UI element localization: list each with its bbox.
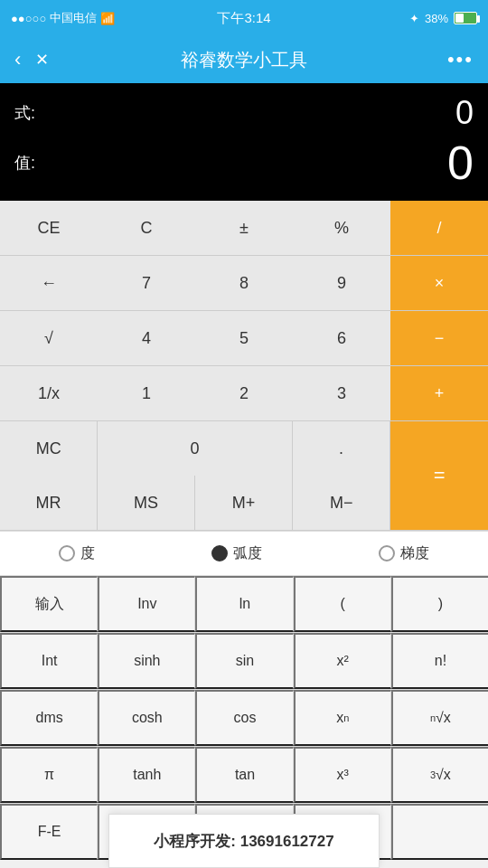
close-button[interactable]: ✕ — [35, 50, 49, 70]
radian-label: 弧度 — [233, 544, 262, 563]
grad-option[interactable]: 梯度 — [379, 544, 429, 563]
bottom-banner: 小程序开发: 13691612727 — [108, 814, 380, 868]
dot-button[interactable]: . — [293, 421, 389, 476]
title-bar-left: ‹ ✕ — [14, 48, 49, 71]
carrier-name: 中国电信 — [50, 10, 97, 26]
plus-button[interactable]: + — [390, 366, 488, 420]
calc-row-3: √ 4 5 6 − — [0, 311, 488, 366]
xcubed-button[interactable]: x³ — [294, 747, 391, 803]
tanh-button[interactable]: tanh — [98, 747, 195, 803]
value-row: 值: 0 — [14, 136, 474, 190]
int-button[interactable]: Int — [0, 633, 98, 689]
seven-button[interactable]: 7 — [98, 256, 195, 310]
rparen-button[interactable]: ) — [391, 576, 488, 632]
five-button[interactable]: 5 — [195, 311, 293, 365]
ce-button[interactable]: CE — [0, 201, 98, 255]
radian-radio[interactable] — [211, 545, 228, 561]
sci-row-4: π tanh tan x³ 3√x — [0, 747, 488, 804]
nine-button[interactable]: 9 — [293, 256, 390, 310]
calc-row-1: CE C ± % / — [0, 201, 488, 256]
back-button[interactable]: ‹ — [14, 48, 21, 71]
sci-row-3: dms cosh cos xn n√x — [0, 690, 488, 747]
sinh-button[interactable]: sinh — [98, 633, 195, 689]
status-right: ✦ 38% — [409, 12, 477, 25]
c-button[interactable]: C — [98, 201, 195, 255]
minus-button[interactable]: − — [390, 311, 488, 365]
grad-label: 梯度 — [400, 544, 429, 563]
plusminus-button[interactable]: ± — [195, 201, 293, 255]
calc-row-2: ← 7 8 9 × — [0, 256, 488, 311]
formula-label: 式: — [14, 102, 35, 124]
calc-rows-56: MC 0 . MR MS M+ M− = — [0, 421, 488, 531]
sci-empty-3 — [391, 804, 488, 860]
tan-button[interactable]: tan — [195, 747, 293, 803]
mminus-button[interactable]: M− — [293, 476, 389, 530]
input-button[interactable]: 输入 — [0, 576, 98, 632]
sci-row-2: Int sinh sin x² n! — [0, 633, 488, 690]
left-col: MC 0 . MR MS M+ M− — [0, 421, 389, 530]
inv-button[interactable]: Inv — [98, 576, 195, 632]
six-button[interactable]: 6 — [293, 311, 390, 365]
reciprocal-button[interactable]: 1/x — [0, 366, 98, 420]
pi-button[interactable]: π — [0, 747, 98, 803]
factorial-button[interactable]: n! — [391, 633, 488, 689]
ln-button[interactable]: ln — [195, 576, 293, 632]
backspace-button[interactable]: ← — [0, 256, 98, 310]
multiply-button[interactable]: × — [390, 256, 488, 310]
status-left: ●●○○○ 中国电信 📶 — [11, 10, 115, 26]
banner-text: 小程序开发: 13691612727 — [154, 831, 333, 852]
app-title: 裕睿数学小工具 — [181, 48, 307, 72]
value-label: 值: — [14, 152, 35, 174]
status-bar: ●●○○○ 中国电信 📶 下午3:14 ✦ 38% — [0, 0, 488, 36]
cos-button[interactable]: cos — [195, 690, 293, 746]
equals-button[interactable]: = — [389, 421, 488, 530]
one-button[interactable]: 1 — [98, 366, 195, 420]
calc-row-6: MR MS M+ M− — [0, 476, 389, 530]
dms-button[interactable]: dms — [0, 690, 98, 746]
grad-radio[interactable] — [379, 545, 395, 561]
eight-button[interactable]: 8 — [195, 256, 293, 310]
value-display: 0 — [447, 136, 474, 190]
degree-label: 度 — [80, 544, 95, 563]
mr-button[interactable]: MR — [0, 476, 98, 530]
battery-icon — [454, 12, 477, 24]
degree-option[interactable]: 度 — [59, 544, 95, 563]
calc-section: CE C ± % / ← 7 8 9 × √ 4 5 6 − 1/x 1 2 3… — [0, 201, 488, 531]
cuberoot-button[interactable]: 3√x — [391, 747, 488, 803]
calc-row-5: MC 0 . — [0, 421, 389, 476]
mplus-button[interactable]: M+ — [195, 476, 293, 530]
wifi-icon: 📶 — [100, 12, 115, 25]
zero-button[interactable]: 0 — [98, 421, 293, 476]
more-button[interactable]: ••• — [447, 48, 474, 71]
sqrt-button[interactable]: √ — [0, 311, 98, 365]
cosh-button[interactable]: cosh — [98, 690, 195, 746]
mc-button[interactable]: MC — [0, 421, 98, 476]
title-bar: ‹ ✕ 裕睿数学小工具 ••• — [0, 36, 488, 83]
calc-row-4: 1/x 1 2 3 + — [0, 366, 488, 421]
ms-button[interactable]: MS — [98, 476, 195, 530]
battery-text: 38% — [425, 12, 448, 25]
xn-button[interactable]: xn — [294, 690, 391, 746]
status-time: 下午3:14 — [217, 10, 270, 27]
percent-button[interactable]: % — [293, 201, 390, 255]
signal-dots: ●●○○○ — [11, 12, 46, 25]
sin-button[interactable]: sin — [195, 633, 293, 689]
fe-button[interactable]: F-E — [0, 804, 98, 860]
two-button[interactable]: 2 — [195, 366, 293, 420]
sci-row-1: 输入 Inv ln ( ) — [0, 576, 488, 633]
xsquared-button[interactable]: x² — [294, 633, 391, 689]
nthroot-button[interactable]: n√x — [391, 690, 488, 746]
four-button[interactable]: 4 — [98, 311, 195, 365]
three-button[interactable]: 3 — [293, 366, 390, 420]
radian-option[interactable]: 弧度 — [211, 544, 262, 563]
divide-button[interactable]: / — [390, 201, 488, 255]
display-area: 式: 0 值: 0 — [0, 83, 488, 201]
degree-radio[interactable] — [59, 545, 75, 561]
lparen-button[interactable]: ( — [294, 576, 391, 632]
bluetooth-icon: ✦ — [409, 12, 419, 25]
formula-row: 式: 0 — [14, 94, 474, 132]
radio-section: 度 弧度 梯度 — [0, 531, 488, 576]
formula-value: 0 — [455, 94, 474, 132]
